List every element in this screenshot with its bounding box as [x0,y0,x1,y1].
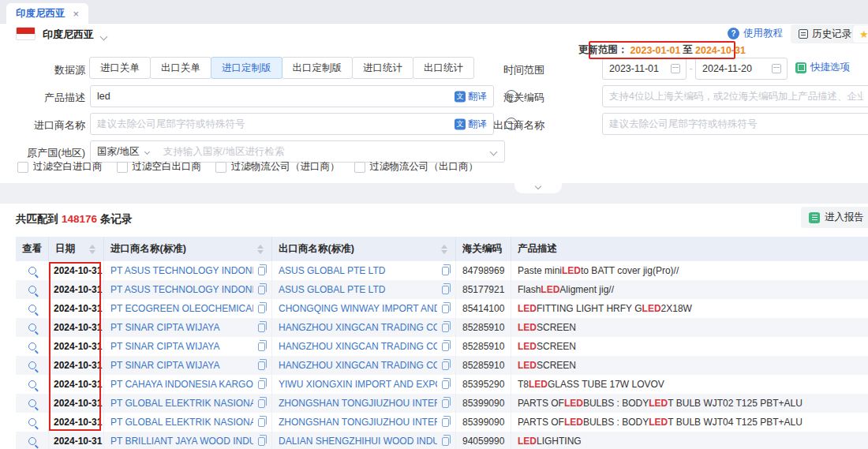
copy-icon[interactable] [442,324,449,332]
tutorial-button[interactable]: ? 使用教程 [728,27,783,40]
checkbox-icon[interactable] [215,162,226,173]
exporter-input[interactable] [603,114,868,134]
copy-icon[interactable] [442,305,449,313]
date-end-field[interactable] [695,58,788,80]
close-icon[interactable]: × [73,9,80,19]
exporter-link[interactable]: HANGZHOU XINGCAN TRADING CO LTD [279,360,437,371]
exporter-link[interactable]: ZHONGSHAN TONGJIUZHOU INTERNA... [279,417,437,428]
date-start-input[interactable] [603,58,671,79]
column-header-2[interactable]: 进口商名称(标准) [104,237,272,261]
date-end-input[interactable] [696,58,772,79]
magnifier-icon[interactable] [28,305,36,312]
copy-icon[interactable] [258,418,265,427]
filter-checkbox-0[interactable]: 过滤空白进口商 [17,160,103,174]
exporter-link[interactable]: ZHONGSHAN TONGJIUZHOU INTERNA... [279,398,437,409]
importer-link[interactable]: PT GLOBAL ELEKTRIK NASIONAL [110,417,253,428]
datasource-tab-3[interactable]: 出口定制版 [282,57,354,79]
magnifier-icon[interactable] [28,380,36,388]
copy-icon[interactable] [442,267,449,275]
copy-icon[interactable] [258,361,265,370]
magnifier-icon[interactable] [28,267,36,275]
copy-icon[interactable] [258,305,265,313]
copy-icon[interactable] [258,342,265,351]
importer-link[interactable]: PT CAHAYA INDONESIA KARGO [110,379,253,390]
hs-code-field[interactable] [602,85,868,107]
magnifier-icon[interactable] [28,342,36,350]
checkbox-icon[interactable] [354,162,365,173]
checkbox-icon[interactable] [17,162,28,173]
magnifier-icon[interactable] [28,437,36,445]
exporter-link[interactable]: HANGZHOU XINGCAN TRADING CO LTD [279,322,437,333]
quick-options-button[interactable]: 快捷选项 [795,61,850,74]
copy-icon[interactable] [442,399,449,408]
favorite-button[interactable]: ★ [852,24,868,43]
copy-icon[interactable] [442,380,449,389]
importer-link[interactable]: PT ASUS TECHNOLOGY INDONESIA BA... [110,284,253,295]
date-start-field[interactable] [602,58,687,80]
importer-link[interactable]: PT ASUS TECHNOLOGY INDONESIA BA... [110,265,253,276]
copy-icon[interactable] [442,418,449,427]
hs-code-input[interactable] [603,86,868,107]
product-desc-cell: LED FITTING LIGHT HRFY G LED 2X18W [511,299,868,318]
importer-link[interactable]: PT SINAR CIPTA WIJAYA [110,322,253,333]
exporter-link[interactable]: ASUS GLOBAL PTE LTD [279,265,437,276]
enter-report-button[interactable]: 进入报告 [801,207,868,228]
tab-indonesia[interactable]: 印度尼西亚 × [6,3,88,24]
exporter-link[interactable]: DALIAN SHENGZHIHUI WOOD INDUST... [279,436,437,447]
copy-icon[interactable] [258,324,265,332]
magnifier-icon[interactable] [28,324,36,331]
importer-cell: PT GLOBAL ELEKTRIK NASIONAL [104,394,272,413]
magnifier-icon[interactable] [28,361,36,369]
table-row: 2024-10-31PT BRILLIANT JAYA WOOD INDUSTR… [16,432,868,449]
copy-icon[interactable] [258,437,265,446]
importer-field[interactable]: 文 翻译 [90,113,494,135]
datasource-tab-0[interactable]: 进口关单 [89,57,151,79]
importer-link[interactable]: PT ECOGREEN OLEOCHEMICALS [110,303,253,314]
collapse-filters-button[interactable] [514,183,562,193]
datasource-tab-1[interactable]: 出口关单 [150,57,211,79]
filter-checkbox-1[interactable]: 过滤空白出口商 [117,160,202,174]
origin-country-select[interactable]: 国家/地区 [91,141,155,162]
product-desc-input[interactable] [91,86,493,107]
copy-icon[interactable] [258,380,265,389]
filter-checkbox-3[interactable]: 过滤物流公司（出口商） [354,160,479,174]
chevron-down-icon [100,33,108,41]
copy-icon[interactable] [258,286,265,294]
sort-icon[interactable] [89,245,95,254]
sort-icon[interactable] [257,245,264,254]
column-header-3[interactable]: 出口商名称(标准) [272,237,456,261]
country-name: 印度尼西亚 [43,28,94,42]
importer-link[interactable]: PT BRILLIANT JAYA WOOD INDUSTRY [110,436,253,447]
history-button[interactable]: 历史记录 [791,24,859,43]
exporter-link[interactable]: HANGZHOU XINGCAN TRADING CO LTD [279,341,437,352]
origin-label: 原产国(地区) [0,146,85,160]
exporter-field[interactable] [602,113,868,135]
magnifier-icon[interactable] [28,418,36,426]
column-header-1[interactable]: 日期 [49,237,104,261]
date-cell: 2024-10-31 [49,337,104,356]
datasource-tab-2[interactable]: 进口定制版 [211,57,282,79]
copy-icon[interactable] [442,286,449,294]
importer-link[interactable]: PT SINAR CIPTA WIJAYA [110,341,253,352]
country-selector[interactable] [101,31,107,42]
exporter-link[interactable]: CHONGQING WINWAY IMPORT AND E... [279,303,437,314]
copy-icon[interactable] [258,399,265,408]
exporter-link[interactable]: YIWU XIONGXIN IMPORT AND EXPORT... [279,379,437,390]
origin-search-placeholder[interactable]: 支持输入国家/地区进行检索 [155,145,491,159]
copy-icon[interactable] [442,361,449,370]
sort-icon[interactable] [441,245,447,254]
hs-code-cell: 85395290 [456,375,511,394]
copy-icon[interactable] [442,342,449,351]
exporter-link[interactable]: ASUS GLOBAL PTE LTD [279,284,437,295]
importer-link[interactable]: PT GLOBAL ELEKTRIK NASIONAL [110,398,253,409]
magnifier-icon[interactable] [28,399,36,407]
magnifier-icon[interactable] [28,286,36,294]
checkbox-icon[interactable] [117,162,128,173]
importer-input[interactable] [91,114,493,134]
copy-icon[interactable] [258,267,265,275]
copy-icon[interactable] [442,437,449,446]
importer-link[interactable]: PT SINAR CIPTA WIJAYA [110,360,253,371]
product-desc-field[interactable]: 文 翻译 [90,85,494,107]
datasource-tab-4[interactable]: 进口统计 [352,57,413,79]
filter-checkbox-2[interactable]: 过滤物流公司（进口商） [215,160,340,174]
